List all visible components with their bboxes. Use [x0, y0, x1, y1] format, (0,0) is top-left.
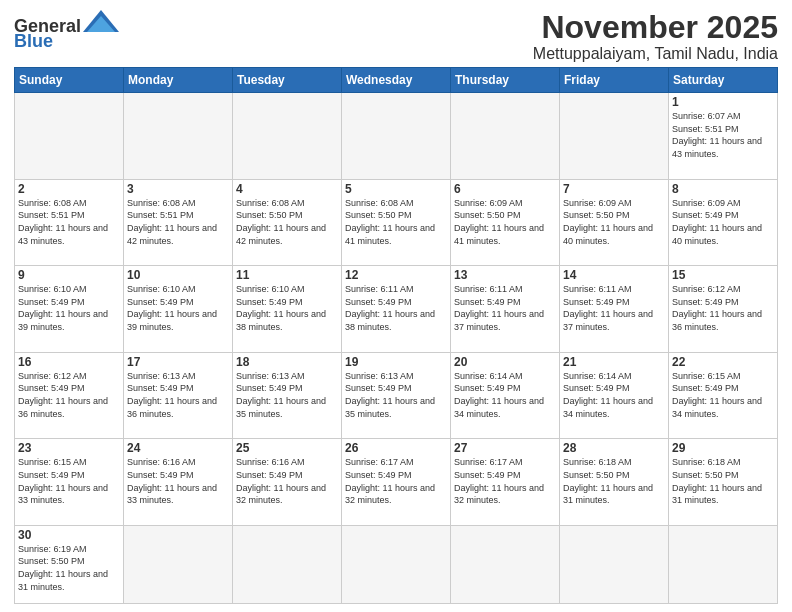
day-number: 2	[18, 182, 120, 196]
calendar-table: Sunday Monday Tuesday Wednesday Thursday…	[14, 67, 778, 604]
calendar-cell: 17Sunrise: 6:13 AMSunset: 5:49 PMDayligh…	[124, 352, 233, 439]
day-info: Sunrise: 6:14 AMSunset: 5:49 PMDaylight:…	[454, 370, 556, 420]
calendar-week-row: 23Sunrise: 6:15 AMSunset: 5:49 PMDayligh…	[15, 439, 778, 526]
title-block: November 2025 Mettuppalaiyam, Tamil Nadu…	[533, 10, 778, 63]
calendar-cell	[451, 93, 560, 180]
day-info: Sunrise: 6:10 AMSunset: 5:49 PMDaylight:…	[18, 283, 120, 333]
calendar-cell	[342, 93, 451, 180]
day-number: 13	[454, 268, 556, 282]
calendar-cell: 27Sunrise: 6:17 AMSunset: 5:49 PMDayligh…	[451, 439, 560, 526]
day-info: Sunrise: 6:08 AMSunset: 5:51 PMDaylight:…	[127, 197, 229, 247]
day-info: Sunrise: 6:11 AMSunset: 5:49 PMDaylight:…	[345, 283, 447, 333]
day-info: Sunrise: 6:12 AMSunset: 5:49 PMDaylight:…	[18, 370, 120, 420]
calendar-cell: 1Sunrise: 6:07 AMSunset: 5:51 PMDaylight…	[669, 93, 778, 180]
day-info: Sunrise: 6:09 AMSunset: 5:50 PMDaylight:…	[563, 197, 665, 247]
calendar-cell: 6Sunrise: 6:09 AMSunset: 5:50 PMDaylight…	[451, 179, 560, 266]
calendar-cell: 25Sunrise: 6:16 AMSunset: 5:49 PMDayligh…	[233, 439, 342, 526]
day-info: Sunrise: 6:17 AMSunset: 5:49 PMDaylight:…	[345, 456, 447, 506]
calendar-cell: 28Sunrise: 6:18 AMSunset: 5:50 PMDayligh…	[560, 439, 669, 526]
calendar-cell: 30Sunrise: 6:19 AMSunset: 5:50 PMDayligh…	[15, 525, 124, 603]
calendar-cell: 16Sunrise: 6:12 AMSunset: 5:49 PMDayligh…	[15, 352, 124, 439]
day-number: 20	[454, 355, 556, 369]
day-number: 29	[672, 441, 774, 455]
calendar-cell: 2Sunrise: 6:08 AMSunset: 5:51 PMDaylight…	[15, 179, 124, 266]
calendar-cell	[124, 525, 233, 603]
calendar-cell: 22Sunrise: 6:15 AMSunset: 5:49 PMDayligh…	[669, 352, 778, 439]
logo-icon	[83, 10, 119, 32]
col-monday: Monday	[124, 68, 233, 93]
day-number: 12	[345, 268, 447, 282]
day-info: Sunrise: 6:13 AMSunset: 5:49 PMDaylight:…	[345, 370, 447, 420]
calendar-cell: 23Sunrise: 6:15 AMSunset: 5:49 PMDayligh…	[15, 439, 124, 526]
day-info: Sunrise: 6:12 AMSunset: 5:49 PMDaylight:…	[672, 283, 774, 333]
calendar-cell	[451, 525, 560, 603]
day-number: 9	[18, 268, 120, 282]
calendar-cell: 13Sunrise: 6:11 AMSunset: 5:49 PMDayligh…	[451, 266, 560, 353]
calendar-cell	[560, 93, 669, 180]
day-info: Sunrise: 6:08 AMSunset: 5:51 PMDaylight:…	[18, 197, 120, 247]
header: General Blue November 2025 Mettuppalaiya…	[14, 10, 778, 63]
day-number: 18	[236, 355, 338, 369]
calendar-week-row: 30Sunrise: 6:19 AMSunset: 5:50 PMDayligh…	[15, 525, 778, 603]
day-number: 8	[672, 182, 774, 196]
logo: General Blue	[14, 10, 119, 52]
col-friday: Friday	[560, 68, 669, 93]
calendar-cell: 10Sunrise: 6:10 AMSunset: 5:49 PMDayligh…	[124, 266, 233, 353]
location-title: Mettuppalaiyam, Tamil Nadu, India	[533, 45, 778, 63]
calendar-week-row: 9Sunrise: 6:10 AMSunset: 5:49 PMDaylight…	[15, 266, 778, 353]
calendar-week-row: 2Sunrise: 6:08 AMSunset: 5:51 PMDaylight…	[15, 179, 778, 266]
calendar-cell	[560, 525, 669, 603]
day-info: Sunrise: 6:11 AMSunset: 5:49 PMDaylight:…	[454, 283, 556, 333]
day-number: 3	[127, 182, 229, 196]
calendar-cell: 15Sunrise: 6:12 AMSunset: 5:49 PMDayligh…	[669, 266, 778, 353]
day-info: Sunrise: 6:08 AMSunset: 5:50 PMDaylight:…	[236, 197, 338, 247]
calendar-week-row: 16Sunrise: 6:12 AMSunset: 5:49 PMDayligh…	[15, 352, 778, 439]
day-number: 10	[127, 268, 229, 282]
day-number: 11	[236, 268, 338, 282]
day-info: Sunrise: 6:10 AMSunset: 5:49 PMDaylight:…	[127, 283, 229, 333]
day-info: Sunrise: 6:16 AMSunset: 5:49 PMDaylight:…	[127, 456, 229, 506]
day-info: Sunrise: 6:17 AMSunset: 5:49 PMDaylight:…	[454, 456, 556, 506]
calendar-cell: 7Sunrise: 6:09 AMSunset: 5:50 PMDaylight…	[560, 179, 669, 266]
day-info: Sunrise: 6:09 AMSunset: 5:50 PMDaylight:…	[454, 197, 556, 247]
day-number: 22	[672, 355, 774, 369]
calendar-cell	[124, 93, 233, 180]
calendar-cell: 20Sunrise: 6:14 AMSunset: 5:49 PMDayligh…	[451, 352, 560, 439]
col-thursday: Thursday	[451, 68, 560, 93]
day-number: 28	[563, 441, 665, 455]
calendar-cell: 26Sunrise: 6:17 AMSunset: 5:49 PMDayligh…	[342, 439, 451, 526]
calendar-cell: 14Sunrise: 6:11 AMSunset: 5:49 PMDayligh…	[560, 266, 669, 353]
day-number: 6	[454, 182, 556, 196]
calendar-cell	[15, 93, 124, 180]
day-info: Sunrise: 6:18 AMSunset: 5:50 PMDaylight:…	[672, 456, 774, 506]
day-info: Sunrise: 6:07 AMSunset: 5:51 PMDaylight:…	[672, 110, 774, 160]
calendar-header-row: Sunday Monday Tuesday Wednesday Thursday…	[15, 68, 778, 93]
day-info: Sunrise: 6:14 AMSunset: 5:49 PMDaylight:…	[563, 370, 665, 420]
day-number: 4	[236, 182, 338, 196]
day-info: Sunrise: 6:15 AMSunset: 5:49 PMDaylight:…	[18, 456, 120, 506]
day-number: 5	[345, 182, 447, 196]
calendar-cell: 21Sunrise: 6:14 AMSunset: 5:49 PMDayligh…	[560, 352, 669, 439]
calendar-cell: 4Sunrise: 6:08 AMSunset: 5:50 PMDaylight…	[233, 179, 342, 266]
logo-blue-text: Blue	[14, 31, 53, 52]
month-title: November 2025	[533, 10, 778, 45]
day-number: 1	[672, 95, 774, 109]
calendar-cell: 8Sunrise: 6:09 AMSunset: 5:49 PMDaylight…	[669, 179, 778, 266]
calendar-cell: 9Sunrise: 6:10 AMSunset: 5:49 PMDaylight…	[15, 266, 124, 353]
calendar-cell: 12Sunrise: 6:11 AMSunset: 5:49 PMDayligh…	[342, 266, 451, 353]
day-info: Sunrise: 6:16 AMSunset: 5:49 PMDaylight:…	[236, 456, 338, 506]
calendar-cell	[342, 525, 451, 603]
col-saturday: Saturday	[669, 68, 778, 93]
col-tuesday: Tuesday	[233, 68, 342, 93]
day-info: Sunrise: 6:10 AMSunset: 5:49 PMDaylight:…	[236, 283, 338, 333]
day-number: 15	[672, 268, 774, 282]
calendar-cell	[233, 93, 342, 180]
calendar-week-row: 1Sunrise: 6:07 AMSunset: 5:51 PMDaylight…	[15, 93, 778, 180]
day-info: Sunrise: 6:08 AMSunset: 5:50 PMDaylight:…	[345, 197, 447, 247]
day-number: 23	[18, 441, 120, 455]
calendar-cell: 11Sunrise: 6:10 AMSunset: 5:49 PMDayligh…	[233, 266, 342, 353]
day-number: 25	[236, 441, 338, 455]
day-number: 27	[454, 441, 556, 455]
day-info: Sunrise: 6:13 AMSunset: 5:49 PMDaylight:…	[236, 370, 338, 420]
calendar-cell: 18Sunrise: 6:13 AMSunset: 5:49 PMDayligh…	[233, 352, 342, 439]
